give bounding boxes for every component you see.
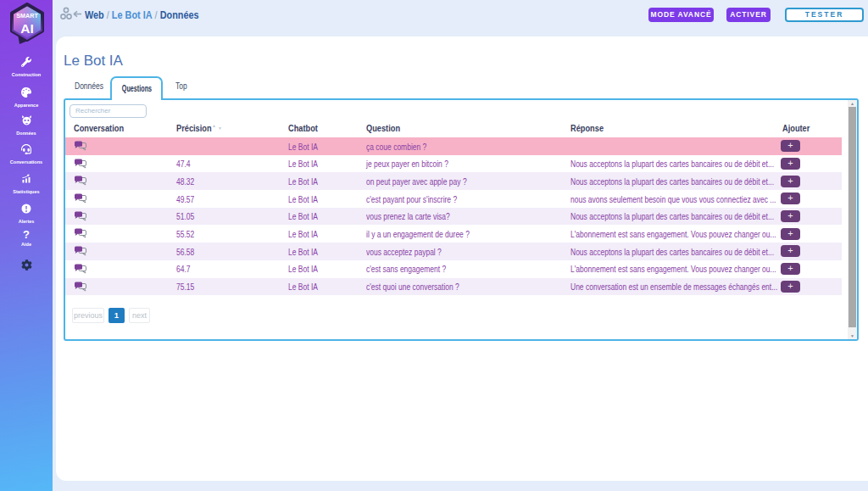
svg-text:SMART: SMART: [16, 12, 38, 20]
svg-text:AI: AI: [20, 21, 34, 36]
